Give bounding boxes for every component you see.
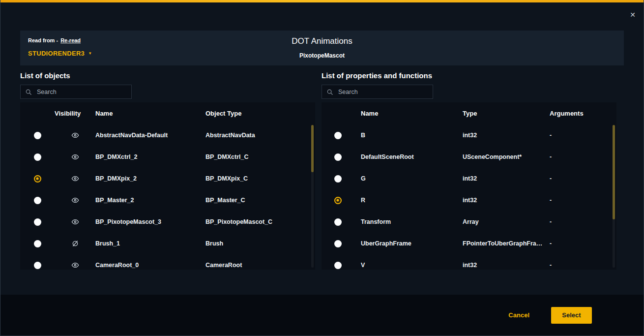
table-row[interactable]: BP_Master_2BP_Master_C [20,189,315,211]
objects-search-input[interactable] [36,88,127,96]
radio-button[interactable] [334,175,342,183]
table-row[interactable]: UberGraphFrameFPointerToUberGraphFrame- [322,233,616,254]
cell-name: UberGraphFrame [354,240,456,247]
chevron-down-icon: ▼ [88,52,92,56]
table-row[interactable]: CameraRoot_0CameraRoot [20,254,315,270]
radio-button[interactable] [334,262,342,269]
objects-scrollbar[interactable] [311,125,314,268]
radio-cell [20,240,55,247]
cell-arguments: - [543,132,616,139]
properties-scrollbar[interactable] [613,125,615,268]
properties-table-body: Bint32-DefaultSceneRootUSceneComponent*-… [322,124,616,270]
table-row[interactable]: DefaultSceneRootUSceneComponent*- [322,146,616,168]
source-dropdown-value: STUDIORENDER3 [28,50,85,57]
cell-name: BP_DMXctrl_2 [95,153,205,160]
cell-name: V [354,262,456,269]
radio-button[interactable] [34,240,41,247]
radio-cell [20,197,55,204]
table-row[interactable]: Bint32- [322,124,616,146]
radio-button[interactable] [34,153,41,161]
eye-off-icon[interactable] [71,240,79,247]
eye-icon[interactable] [71,131,79,139]
cell-name: G [354,175,456,182]
select-button[interactable]: Select [551,307,592,324]
cell-name: Transform [354,218,456,225]
table-row[interactable]: BP_PixotopeMascot_3BP_PixotopeMascot_C [20,211,315,233]
table-row[interactable]: Gint32- [322,168,616,189]
visibility-cell [55,131,95,139]
radio-cell [322,262,354,269]
scrollbar-thumb[interactable] [311,125,314,172]
radio-button[interactable] [34,132,41,139]
table-row[interactable]: BP_DMXpix_2BP_DMXpix_C [20,168,315,189]
cell-object-type: BP_DMXpix_C [205,175,315,182]
visibility-cell [55,218,95,226]
close-button[interactable]: ✕ [628,10,638,20]
read-from-block: Read from -Re-read STUDIORENDER3 ▼ [28,37,92,57]
eye-icon[interactable] [71,153,79,161]
column-header-arguments: Arguments [543,110,616,117]
table-row[interactable]: BP_DMXctrl_2BP_DMXctrl_C [20,146,315,168]
cell-type: int32 [456,175,543,182]
visibility-cell [55,175,95,183]
cell-type: FPointerToUberGraphFrame [456,240,543,247]
eye-icon[interactable] [71,175,79,183]
cell-arguments: - [543,218,616,225]
cell-object-type: Brush [205,240,315,247]
scrollbar-thumb[interactable] [613,125,615,219]
top-accent-bar [0,0,644,2]
cell-name: R [354,197,456,204]
dialog-footer: Cancel Select [0,295,644,336]
radio-button-selected[interactable] [34,175,41,183]
properties-search-input[interactable] [337,88,428,96]
dialog-window: ✕ Read from -Re-read STUDIORENDER3 ▼ DOT… [0,0,644,336]
radio-cell [20,153,55,161]
eye-icon[interactable] [71,261,79,269]
objects-table-header: Visibility Name Object Type [20,102,315,124]
dialog-header: Read from -Re-read STUDIORENDER3 ▼ DOT A… [20,31,624,65]
table-row[interactable]: Rint32- [322,189,616,211]
reread-link[interactable]: Re-read [60,37,81,43]
cell-name: B [354,132,456,139]
column-header-name: Name [95,110,205,117]
objects-search[interactable] [20,85,132,99]
radio-button[interactable] [34,218,41,226]
table-row[interactable]: AbstractNavData-DefaultAbstractNavData [20,124,315,146]
radio-button-selected[interactable] [334,197,342,204]
cell-object-type: CameraRoot [205,262,315,269]
objects-table-body: AbstractNavData-DefaultAbstractNavDataBP… [20,124,315,270]
table-row[interactable]: Brush_1Brush [20,233,315,254]
table-row[interactable]: TransformArray- [322,211,616,233]
source-dropdown[interactable]: STUDIORENDER3 ▼ [28,50,92,57]
radio-button[interactable] [334,218,342,226]
radio-cell [322,153,354,161]
properties-search[interactable] [322,85,433,99]
radio-button[interactable] [334,240,342,247]
radio-button[interactable] [334,132,342,139]
table-row[interactable]: Vint32- [322,254,616,270]
properties-table: Name Type Arguments Bint32-DefaultSceneR… [322,102,616,270]
cell-arguments: - [543,262,616,269]
radio-button[interactable] [334,153,342,161]
cell-name: BP_Master_2 [95,197,205,204]
cell-name: CameraRoot_0 [95,262,205,269]
cell-object-type: BP_DMXctrl_C [205,153,315,160]
cell-object-type: BP_PixotopeMascot_C [205,218,315,225]
cancel-button[interactable]: Cancel [505,311,532,319]
visibility-cell [55,261,95,269]
cell-name: DefaultSceneRoot [354,153,456,160]
cell-type: USceneComponent* [456,153,543,160]
dialog-subtitle: PixotopeMascot [20,52,624,59]
visibility-cell [55,196,95,204]
search-icon [326,89,333,95]
radio-button[interactable] [34,197,41,204]
cell-name: AbstractNavData-Default [95,132,205,139]
cell-name: BP_PixotopeMascot_3 [95,218,205,225]
objects-table: Visibility Name Object Type AbstractNavD… [20,102,315,270]
radio-button[interactable] [34,262,41,269]
cell-arguments: - [543,175,616,182]
eye-icon[interactable] [71,218,79,226]
eye-icon[interactable] [71,196,79,204]
radio-cell [322,240,354,247]
cell-arguments: - [543,153,616,160]
